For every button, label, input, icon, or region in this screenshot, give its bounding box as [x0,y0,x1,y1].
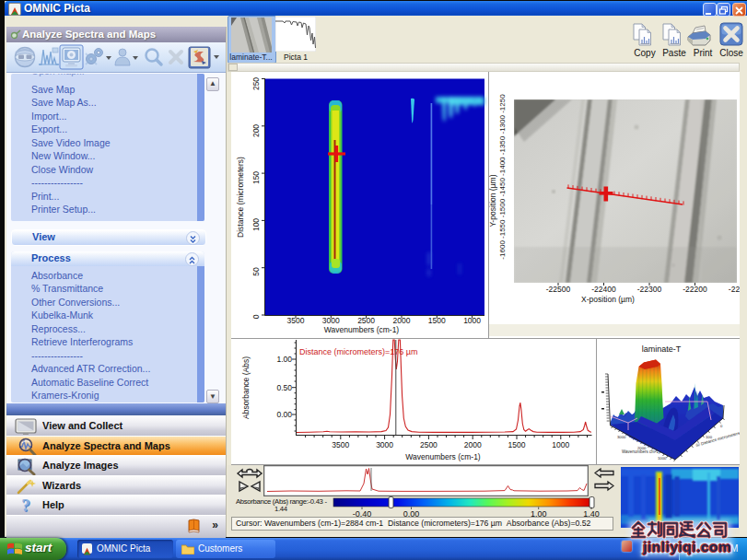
svg-text:0.00: 0.00 [276,410,292,419]
svg-text:1000: 1000 [658,456,667,461]
svg-text:1.00: 1.00 [276,355,292,364]
svg-text:150: 150 [251,171,261,184]
svg-text:Wavenumbers (cm-1): Wavenumbers (cm-1) [324,325,400,334]
svg-text:X-position (µm): X-position (µm) [581,295,635,304]
svg-text:3500: 3500 [287,316,305,325]
svg-text:100: 100 [251,218,261,231]
svg-text:50: 50 [251,267,261,276]
svg-text:2500: 2500 [420,440,438,449]
svg-text:3500: 3500 [332,440,349,449]
svg-text:-22400: -22400 [591,285,616,294]
svg-text:0: 0 [251,314,261,319]
svg-text:Distance (micrometers)=176 µm: Distance (micrometers)=176 µm [299,347,417,356]
svg-text:2000: 2000 [464,440,482,449]
svg-text:-22: -22 [729,285,740,294]
svg-text:250: 250 [251,77,261,90]
svg-text:0.50: 0.50 [276,383,292,392]
svg-text:Wavenumbers (cm-1): Wavenumbers (cm-1) [405,452,481,461]
svg-text:3000: 3000 [376,440,393,449]
svg-text:1500: 1500 [508,440,526,449]
svg-text:2000: 2000 [393,316,411,325]
svg-text:2500: 2500 [357,316,375,325]
svg-text:-1600 -1550 -1500 -1450 -1400: -1600 -1550 -1500 -1450 -1400 -1350 -130… [498,94,507,260]
svg-text:Y-position (µm): Y-position (µm) [489,174,497,227]
svg-text:3000: 3000 [322,316,340,325]
svg-text:200: 200 [251,124,261,137]
svg-text:Wavenumbers cm-1: Wavenumbers cm-1 [622,449,659,454]
svg-text:Distance (micrometers): Distance (micrometers) [236,157,245,238]
svg-text:Absorbance (Abs): Absorbance (Abs) [241,356,251,419]
svg-text:-22500: -22500 [546,285,571,294]
svg-text:1000: 1000 [552,440,569,449]
svg-text:1000: 1000 [463,316,481,325]
svg-text:1500: 1500 [428,316,446,325]
svg-text:-22200: -22200 [683,285,707,294]
svg-text:laminate-T: laminate-T [642,344,682,354]
svg-text:3000: 3000 [617,435,626,439]
svg-text:-22300: -22300 [637,285,662,294]
svg-text:?: ? [21,496,30,515]
